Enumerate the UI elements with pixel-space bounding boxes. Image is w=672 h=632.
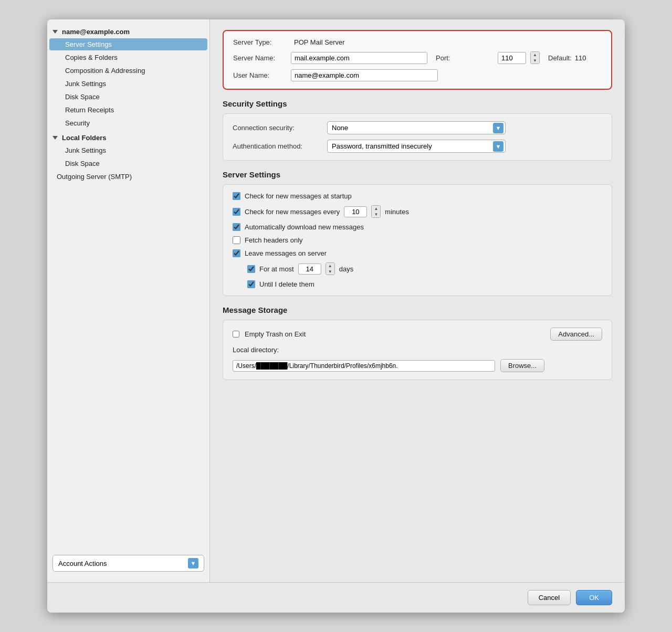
- sidebar-item-junk-settings[interactable]: Junk Settings: [49, 78, 207, 90]
- account-actions-chevron-icon: ▼: [188, 558, 198, 568]
- sidebar-item-server-settings[interactable]: Server Settings: [49, 38, 207, 50]
- check-every-checkbox[interactable]: [233, 208, 240, 216]
- sidebar-footer: Account Actions ▼: [47, 550, 209, 577]
- server-settings-title: Server Settings: [223, 170, 612, 179]
- empty-trash-row: Empty Trash on Exit Advanced...: [233, 328, 602, 341]
- sidebar-item-label-server-settings: Server Settings: [65, 40, 112, 48]
- collapse-triangle-local-icon: [52, 136, 58, 140]
- sidebar-account-name: name@example.com: [62, 28, 130, 36]
- auth-method-select[interactable]: Password, transmitted insecurely Encrypt…: [327, 140, 506, 153]
- empty-trash-checkbox[interactable]: [233, 331, 239, 338]
- server-settings-box: Check for new messages at startup Check …: [223, 184, 612, 296]
- connection-security-label: Connection security:: [233, 124, 327, 132]
- sidebar-item-disk-space[interactable]: Disk Space: [49, 91, 207, 103]
- check-every-down-button[interactable]: ▼: [372, 212, 380, 217]
- sidebar-item-composition-addressing[interactable]: Composition & Addressing: [49, 65, 207, 77]
- security-settings-box: Connection security: None STARTTLS SSL/T…: [223, 113, 612, 161]
- connection-security-select[interactable]: None STARTTLS SSL/TLS: [327, 121, 506, 134]
- sidebar-item-label-disk-local: Disk Space: [65, 160, 100, 167]
- advanced-button[interactable]: Advanced...: [550, 328, 602, 341]
- for-at-most-row: For at most ▲ ▼ days: [247, 262, 602, 275]
- dialog-footer: Cancel OK: [47, 582, 625, 613]
- check-every-spinner[interactable]: ▲ ▼: [371, 205, 381, 218]
- auto-download-checkbox[interactable]: [233, 223, 240, 231]
- until-delete-label: Until I delete them: [259, 280, 314, 288]
- connection-security-select-wrapper: None STARTTLS SSL/TLS ▼: [327, 121, 506, 134]
- check-every-label: Check for new messages every: [245, 208, 340, 216]
- account-actions-label: Account Actions: [58, 560, 107, 567]
- check-startup-label: Check for new messages at startup: [245, 192, 352, 200]
- auth-method-row: Authentication method: Password, transmi…: [233, 140, 602, 153]
- for-at-most-input[interactable]: [298, 264, 321, 275]
- local-directory-row: Local directory:: [233, 346, 602, 354]
- for-at-most-up-button[interactable]: ▲: [326, 263, 334, 269]
- fetch-headers-checkbox[interactable]: [233, 236, 240, 244]
- check-every-up-button[interactable]: ▲: [372, 206, 380, 212]
- sidebar-local-folders-label: Local Folders: [62, 134, 107, 142]
- connection-security-row: Connection security: None STARTTLS SSL/T…: [233, 121, 602, 134]
- collapse-triangle-icon: [52, 30, 58, 34]
- browse-button[interactable]: Browse...: [500, 359, 544, 372]
- empty-trash-label: Empty Trash on Exit: [245, 330, 306, 338]
- security-settings-title: Security Settings: [223, 99, 612, 108]
- port-spinner[interactable]: ▲ ▼: [530, 51, 540, 64]
- user-name-input[interactable]: [291, 69, 438, 81]
- for-at-most-down-button[interactable]: ▼: [326, 269, 334, 275]
- until-delete-checkbox[interactable]: [247, 280, 255, 288]
- server-settings-section: Server Settings Check for new messages a…: [223, 170, 612, 296]
- sidebar-item-copies-folders[interactable]: Copies & Folders: [49, 51, 207, 64]
- server-type-label: Server Type:: [233, 38, 291, 46]
- sidebar-item-label-composition-addressing: Composition & Addressing: [65, 67, 145, 75]
- auto-download-row: Automatically download new messages: [233, 223, 602, 231]
- for-at-most-spinner[interactable]: ▲ ▼: [326, 262, 335, 275]
- sidebar-item-junk-settings-local[interactable]: Junk Settings: [49, 144, 207, 156]
- ok-button[interactable]: OK: [576, 590, 612, 605]
- sidebar-item-return-receipts[interactable]: Return Receipts: [49, 104, 207, 116]
- for-at-most-unit: days: [339, 265, 353, 273]
- port-up-button[interactable]: ▲: [531, 52, 539, 58]
- check-every-unit: minutes: [385, 208, 409, 216]
- sidebar-item-label-junk-settings: Junk Settings: [65, 80, 106, 88]
- check-every-row: Check for new messages every ▲ ▼ minutes: [233, 205, 602, 218]
- sidebar-item-label-return-receipts: Return Receipts: [65, 106, 114, 114]
- account-settings-dialog: name@example.com Server Settings Copies …: [47, 19, 625, 613]
- auto-download-label: Automatically download new messages: [245, 223, 364, 231]
- sidebar: name@example.com Server Settings Copies …: [47, 19, 210, 582]
- check-every-input[interactable]: [344, 206, 367, 217]
- port-label: Port:: [436, 54, 494, 62]
- server-name-label: Server Name:: [233, 54, 291, 62]
- for-at-most-label: For at most: [259, 265, 294, 273]
- port-down-button[interactable]: ▼: [531, 58, 539, 64]
- check-startup-checkbox[interactable]: [233, 192, 240, 200]
- security-settings-section: Security Settings Connection security: N…: [223, 99, 612, 161]
- server-info-box: Server Type: POP Mail Server Server Name…: [223, 30, 612, 90]
- fetch-headers-row: Fetch headers only: [233, 236, 602, 244]
- sidebar-item-label-outgoing: Outgoing Server (SMTP): [57, 173, 132, 181]
- user-name-label: User Name:: [233, 71, 291, 79]
- sidebar-item-disk-space-local[interactable]: Disk Space: [49, 157, 207, 170]
- sidebar-item-label-security: Security: [65, 119, 90, 127]
- leave-messages-label: Leave messages on server: [245, 249, 327, 257]
- port-input[interactable]: [498, 52, 526, 64]
- account-actions-button[interactable]: Account Actions ▼: [52, 555, 204, 572]
- sidebar-account-header[interactable]: name@example.com: [47, 25, 209, 38]
- server-name-input[interactable]: [291, 52, 427, 64]
- server-name-row: Server Name: Port: ▲ ▼ Default: 110: [233, 51, 602, 64]
- sidebar-local-folders-header[interactable]: Local Folders: [47, 130, 209, 144]
- auth-method-select-wrapper: Password, transmitted insecurely Encrypt…: [327, 140, 506, 153]
- cancel-button[interactable]: Cancel: [528, 590, 571, 605]
- fetch-headers-label: Fetch headers only: [245, 236, 303, 244]
- leave-messages-checkbox[interactable]: [233, 249, 240, 257]
- default-value: 110: [575, 54, 586, 62]
- local-directory-label: Local directory:: [233, 346, 279, 354]
- sidebar-item-label-copies-folders: Copies & Folders: [65, 54, 118, 61]
- leave-messages-row: Leave messages on server: [233, 249, 602, 257]
- local-directory-input[interactable]: [233, 360, 495, 372]
- auth-method-label: Authentication method:: [233, 142, 327, 150]
- for-at-most-checkbox[interactable]: [247, 265, 255, 273]
- dialog-body: name@example.com Server Settings Copies …: [47, 19, 625, 582]
- local-directory-input-row: Browse...: [233, 359, 602, 372]
- sidebar-item-outgoing-server[interactable]: Outgoing Server (SMTP): [49, 171, 207, 183]
- user-name-row: User Name:: [233, 69, 602, 81]
- sidebar-item-security[interactable]: Security: [49, 117, 207, 129]
